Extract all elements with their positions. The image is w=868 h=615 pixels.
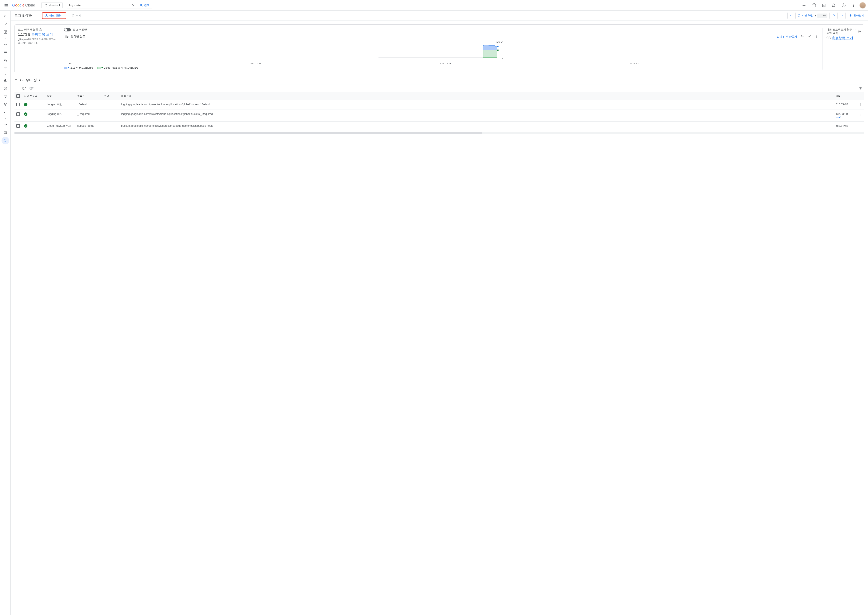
chart-explore-icon[interactable] [808,34,812,39]
create-sink-button[interactable]: 싱크 만들기 [42,12,66,19]
cell-description [102,110,119,122]
delete-button[interactable]: 삭제 [69,13,84,19]
filter-icon[interactable] [17,86,20,90]
col-volume[interactable]: 볼륨 [834,92,857,100]
svg-rect-12 [4,95,7,97]
notifications-icon[interactable] [830,2,838,9]
help-icon[interactable]: ? [859,87,862,90]
cell-description [102,122,119,131]
rail-slo-icon[interactable] [2,101,9,108]
cell-type: Logging 버킷 [45,110,75,122]
chart-more-icon[interactable] [815,34,819,39]
cloud-shell-icon[interactable] [820,2,827,9]
filter-label: 필터 [22,87,27,90]
rail-filter-icon[interactable] [2,64,9,72]
rail-search-list-icon[interactable] [2,56,9,64]
svg-point-16 [5,105,6,106]
search-button[interactable]: 검색 [137,2,152,9]
filter-input[interactable]: 필터 [29,87,35,90]
row-checkbox[interactable] [16,103,20,106]
row-checkbox[interactable] [16,124,20,128]
svg-point-40 [860,115,860,116]
svg-rect-21 [4,132,6,134]
row-menu-icon[interactable] [859,124,862,128]
svg-rect-34 [497,50,499,51]
search-input[interactable] [67,2,130,9]
chart-legend-icon[interactable] [800,34,804,39]
page-title: 로그 라우터 [14,13,33,18]
rail-profiler-icon[interactable] [2,121,9,128]
col-destination[interactable]: 대상 위치 [119,92,834,100]
time-range-selector[interactable]: 지난 30일 ▾ UTC+9 [795,12,829,19]
row-menu-icon[interactable] [859,103,862,107]
svg-point-0 [45,4,45,5]
rail-error-icon[interactable] [2,84,9,92]
svg-point-19 [6,113,6,113]
create-alert-link[interactable]: 알림 정책 만들기 [777,35,797,39]
cell-type: Logging 버킷 [45,100,75,110]
svg-point-20 [6,124,7,125]
gemini-icon[interactable] [800,2,808,9]
filter-bar: 필터 필터 ? [14,84,864,92]
log-bucket-only-toggle[interactable] [64,28,71,31]
rail-dashboard-icon[interactable] [2,28,9,36]
svg-text:5KiB/s: 5KiB/s [497,41,503,44]
clear-icon[interactable] [130,2,137,9]
rail-separator [2,36,9,40]
cell-type: Cloud Pub/Sub 주제 [45,122,75,131]
svg-point-35 [860,103,860,104]
project-selector[interactable]: cloud-sql [41,2,63,8]
rail-logs-explorer-icon[interactable] [2,12,9,20]
col-enabled[interactable]: 사용 설정됨 [22,92,45,100]
enabled-icon: ✓ [24,124,27,128]
svg-point-41 [860,125,860,125]
svg-point-18 [6,111,6,112]
cell-name: _Required [75,110,102,122]
table-row: ✓ Logging 버킷 _Default logging.googleapis… [14,100,864,110]
metrics-link[interactable]: 측정항목 보기 [832,36,853,40]
rail-separator [2,117,9,120]
col-type[interactable]: 유형 [45,92,75,100]
row-menu-icon[interactable] [859,112,862,116]
metrics-link[interactable]: 측정항목 보기 [31,33,53,36]
col-name[interactable]: 이름↑ [75,92,102,100]
svg-text:0: 0 [502,56,503,59]
rail-trace-icon[interactable] [2,109,9,116]
svg-point-17 [4,112,5,113]
time-prev-button[interactable] [787,12,794,19]
cell-description [102,100,119,110]
svg-point-6 [853,4,854,5]
rail-storage-icon[interactable] [2,129,9,136]
cell-destination: pubsub.googleapis.com/projects/logpresso… [119,122,834,131]
billable-title: 다른 프로젝트의 청구 가능한 볼륨 ? [826,28,860,35]
time-next-button[interactable] [839,12,846,19]
rail-analytics-icon[interactable] [2,20,9,28]
cell-name: _Default [75,100,102,110]
menu-icon[interactable] [2,2,10,9]
rail-metrics-icon[interactable] [2,41,9,48]
chart-title: 대상 유형별 볼륨 [64,35,86,39]
more-icon[interactable] [850,2,857,9]
help-icon[interactable]: ? [840,2,848,9]
table-row: ✓ Logging 버킷 _Required logging.googleapi… [14,110,864,122]
select-all-checkbox[interactable] [16,94,20,98]
help-icon[interactable]: ? [858,30,860,33]
rail-uptime-icon[interactable] [2,93,9,100]
learn-button[interactable]: 알아보기 [849,14,864,17]
chart-xaxis: UTC+9 2024. 12. 19. 2024. 12. 26. 2025. … [64,62,819,65]
rail-log-router-icon[interactable] [2,137,9,144]
svg-rect-13 [5,97,6,98]
rail-list-icon[interactable] [2,48,9,56]
search-icon-button[interactable] [831,12,838,19]
rail-bell-icon[interactable] [2,76,9,84]
gift-icon[interactable] [810,2,818,9]
svg-point-29 [817,37,817,38]
col-description[interactable]: 설명 [102,92,119,100]
help-icon[interactable]: ? [39,28,42,31]
row-checkbox[interactable] [16,112,20,116]
avatar[interactable] [860,2,866,8]
cell-name: subpub_demo [75,122,102,131]
google-cloud-logo[interactable]: Google Cloud [12,3,35,8]
horizontal-scrollbar[interactable] [14,132,864,134]
left-rail [0,11,11,615]
